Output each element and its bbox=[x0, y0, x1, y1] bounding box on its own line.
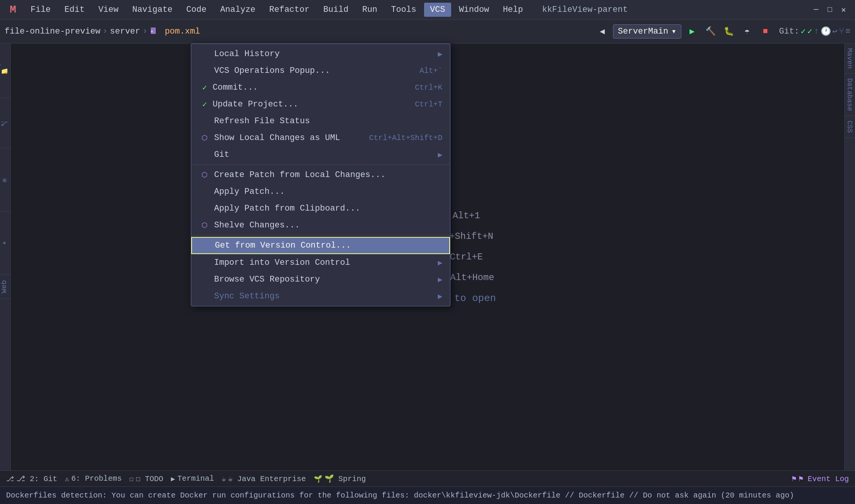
sidebar-item-commit[interactable]: ⎇ 0: Commit bbox=[0, 98, 10, 148]
run-config-selector[interactable]: ServerMain ▾ bbox=[613, 24, 681, 39]
vcs-menu-create-patch[interactable]: ⬡ Create Patch from Local Changes... bbox=[191, 166, 450, 183]
update-project-label: Update Project... bbox=[213, 100, 298, 109]
java-icon: ☕ bbox=[222, 475, 226, 483]
git-submenu-label: Git bbox=[214, 150, 229, 159]
debug-button[interactable]: 🐛 bbox=[721, 24, 736, 39]
git-status-label: ⎇ 2: Git bbox=[16, 474, 57, 483]
menu-bar: File Edit View Navigate Code Analyze Ref… bbox=[24, 3, 811, 17]
refresh-status-label: Refresh File Status bbox=[214, 116, 310, 126]
get-from-vcs-label: Get from Version Control... bbox=[215, 241, 351, 250]
menu-file[interactable]: File bbox=[24, 3, 57, 17]
shelve-changes-label: Shelve Changes... bbox=[214, 221, 300, 230]
vcs-menu-update-project[interactable]: ✓ Update Project... Ctrl+T bbox=[191, 96, 450, 113]
coverage-button[interactable]: ☂ bbox=[739, 24, 755, 39]
vcs-menu-shelve-changes[interactable]: ⬡ Shelve Changes... bbox=[191, 217, 450, 233]
vcs-menu-git[interactable]: Git ▶ bbox=[191, 146, 450, 163]
todo-status-item[interactable]: ☐ ☐ TODO bbox=[129, 474, 163, 483]
vcs-menu-import-vcs[interactable]: Import into Version Control ▶ bbox=[191, 254, 450, 271]
update-project-shortcut: Ctrl+T bbox=[415, 100, 442, 109]
vcs-menu-get-from-vcs[interactable]: Get from Version Control... bbox=[191, 237, 450, 254]
vcs-ops-label: VCS Operations Popup... bbox=[214, 66, 330, 76]
git-check1-icon[interactable]: ✓ bbox=[801, 26, 806, 37]
menu-code[interactable]: Code bbox=[180, 3, 213, 17]
git-annotate-icon[interactable]: ≡ bbox=[845, 27, 850, 36]
import-vcs-label: Import into Version Control bbox=[214, 258, 350, 267]
run-config-dropdown-icon: ▾ bbox=[671, 26, 676, 37]
create-patch-label: Create Patch from Local Changes... bbox=[214, 170, 386, 180]
vcs-menu-commit[interactable]: ✓ Commit... Ctrl+K bbox=[191, 79, 450, 96]
sidebar-item-web[interactable]: Web bbox=[0, 275, 10, 299]
git-push-icon[interactable]: ↑ bbox=[814, 27, 819, 36]
event-log-label: ⚑ Event Log bbox=[799, 474, 849, 483]
recent-files-shortcut: Ctrl+E bbox=[450, 252, 482, 262]
spring-label: 🌱 Spring bbox=[324, 474, 366, 483]
menu-refactor[interactable]: Refactor bbox=[263, 3, 316, 17]
menu-tools[interactable]: Tools bbox=[385, 3, 423, 17]
nav-back-button[interactable]: ◀ bbox=[595, 24, 610, 39]
sync-settings-arrow-icon: ▶ bbox=[438, 291, 442, 301]
sidebar-item-maven[interactable]: Maven bbox=[845, 43, 855, 74]
terminal-status-item[interactable]: ▶ Terminal bbox=[171, 474, 214, 483]
vcs-menu-separator2 bbox=[191, 235, 450, 235]
local-history-arrow-icon: ▶ bbox=[438, 49, 442, 59]
sidebar-item-project[interactable]: 📁 1: Project bbox=[0, 43, 10, 98]
vcs-menu-local-history[interactable]: Local History ▶ bbox=[191, 45, 450, 62]
git-clock-icon[interactable]: 🕐 bbox=[821, 26, 831, 37]
window-title: kkFileView-parent bbox=[542, 5, 628, 14]
import-vcs-arrow-icon: ▶ bbox=[438, 258, 442, 267]
menu-run[interactable]: Run bbox=[356, 3, 384, 17]
menu-analyze[interactable]: Analyze bbox=[214, 3, 261, 17]
breadcrumb-module: server bbox=[110, 27, 140, 36]
spring-icon: 🌱 bbox=[314, 475, 322, 483]
sidebar-item-structure[interactable]: ⊞ 2: Structure bbox=[0, 148, 10, 212]
git-undo-icon[interactable]: ↩ bbox=[832, 26, 837, 37]
build-button[interactable]: 🔨 bbox=[703, 24, 718, 39]
vcs-menu-apply-patch[interactable]: Apply Patch... bbox=[191, 183, 450, 200]
commit-shortcut: Ctrl+K bbox=[415, 83, 442, 92]
git-check2-icon[interactable]: ✓ bbox=[807, 26, 812, 37]
menu-edit[interactable]: Edit bbox=[58, 3, 91, 17]
vcs-menu-sync-settings[interactable]: Sync Settings ▶ bbox=[191, 288, 450, 304]
sidebar-item-css[interactable]: CSS bbox=[845, 116, 855, 138]
right-tool-tabs: Maven Database CSS bbox=[844, 43, 855, 470]
problems-icon: ⚠ bbox=[65, 475, 69, 483]
run-button[interactable]: ▶ bbox=[684, 24, 700, 39]
breadcrumb-sep2: › bbox=[142, 27, 147, 36]
git-label: Git: bbox=[779, 27, 799, 36]
menu-window[interactable]: Window bbox=[453, 3, 495, 17]
menu-view[interactable]: View bbox=[92, 3, 125, 17]
vcs-dropdown-menu: Local History ▶ VCS Operations Popup... … bbox=[191, 43, 450, 306]
vcs-menu-refresh-status[interactable]: Refresh File Status bbox=[191, 113, 450, 129]
browse-vcs-label: Browse VCS Repository bbox=[214, 275, 320, 284]
event-log-button[interactable]: ⚑ ⚑ Event Log bbox=[792, 474, 849, 483]
vcs-menu-apply-patch-clipboard[interactable]: Apply Patch from Clipboard... bbox=[191, 200, 450, 217]
window-controls: ─ □ ✕ bbox=[811, 5, 849, 15]
problems-status-item[interactable]: ⚠ 6: Problems bbox=[65, 474, 122, 483]
maximize-button[interactable]: □ bbox=[824, 5, 835, 15]
uml-icon: ⬡ bbox=[199, 134, 210, 142]
apply-patch-label: Apply Patch... bbox=[214, 187, 285, 196]
structure-icon: ⊞ bbox=[1, 155, 8, 206]
local-history-label: Local History bbox=[214, 49, 280, 59]
commit-icon: ⎇ bbox=[1, 105, 8, 143]
breadcrumb-sep1: › bbox=[103, 27, 108, 36]
stop-button[interactable]: ■ bbox=[758, 24, 773, 39]
vcs-menu-show-local-changes[interactable]: ⬡ Show Local Changes as UML Ctrl+Alt+Shi… bbox=[191, 129, 450, 146]
spring-status-item[interactable]: 🌱 🌱 Spring bbox=[314, 474, 366, 483]
git-status-item[interactable]: ⎇ ⎇ 2: Git bbox=[6, 474, 57, 483]
close-button[interactable]: ✕ bbox=[838, 5, 849, 15]
sidebar-item-favorites[interactable]: ★ 2: Favorites bbox=[0, 211, 10, 275]
sync-settings-label: Sync Settings bbox=[214, 291, 280, 301]
update-check-icon: ✓ bbox=[199, 100, 210, 109]
vcs-menu-operations-popup[interactable]: VCS Operations Popup... Alt+` bbox=[191, 62, 450, 79]
menu-vcs[interactable]: VCS bbox=[424, 3, 452, 17]
java-enterprise-status-item[interactable]: ☕ ☕ Java Enterprise bbox=[222, 474, 306, 483]
menu-navigate[interactable]: Navigate bbox=[126, 3, 179, 17]
menu-help[interactable]: Help bbox=[497, 3, 529, 17]
minimize-button[interactable]: ─ bbox=[811, 5, 821, 15]
git-branch-icon[interactable]: ⑂ bbox=[839, 27, 844, 36]
menu-build[interactable]: Build bbox=[317, 3, 355, 17]
sidebar-item-database[interactable]: Database bbox=[845, 74, 855, 116]
vcs-menu-browse-vcs[interactable]: Browse VCS Repository ▶ bbox=[191, 271, 450, 288]
commit-label: Commit... bbox=[213, 83, 258, 92]
